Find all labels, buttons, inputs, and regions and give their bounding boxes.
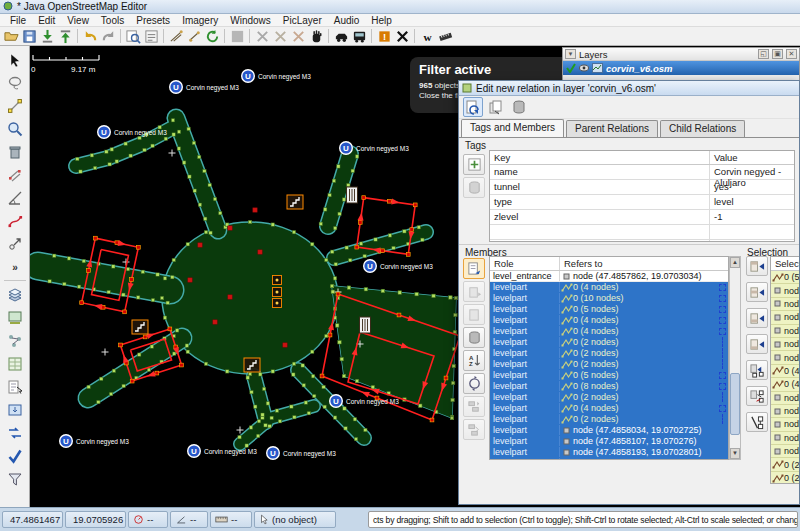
zoom-tool-button[interactable] — [2, 117, 28, 140]
delete-tool-button[interactable] — [2, 140, 28, 163]
upload-button[interactable] — [56, 28, 74, 45]
menu-edit[interactable]: Edit — [32, 14, 61, 27]
ruler-button[interactable] — [436, 28, 454, 45]
validator-tool-button[interactable] — [2, 444, 28, 467]
selection-row[interactable]: 0 (2 nodes) — [771, 458, 800, 471]
cut-b-button[interactable] — [271, 28, 289, 45]
menu-piclayer[interactable]: PicLayer — [277, 14, 328, 27]
layers-dock-button[interactable]: ▣ — [772, 49, 783, 59]
menu-audio[interactable]: Audio — [328, 14, 366, 27]
tab-child-relations[interactable]: Child Relations — [660, 120, 745, 137]
layers-stick-button[interactable]: ◱ — [758, 49, 769, 59]
member-row[interactable]: levelpart0 (4 nodes) — [490, 315, 728, 326]
member-row[interactable]: levelpart0 (2 nodes) — [490, 359, 728, 370]
delete-tag-button[interactable] — [463, 177, 485, 198]
member-row[interactable]: levelpart0 (2 nodes) — [490, 348, 728, 359]
tag-row[interactable]: nameCorvin negyed - Aluljaro — [490, 165, 794, 180]
members-table[interactable]: Role Refers to level_entrancenode (47.48… — [489, 256, 729, 460]
delete-relation-button[interactable] — [463, 327, 485, 348]
add-selection-before-button[interactable] — [746, 282, 768, 302]
selection-row[interactable]: node — [771, 338, 800, 351]
add-selection-at-end-button[interactable] — [746, 334, 768, 354]
bus-button[interactable] — [350, 28, 368, 45]
parallel-tool-button[interactable] — [2, 163, 28, 186]
layers-collapse-button[interactable]: ▾ — [565, 49, 576, 59]
save-button[interactable] — [20, 28, 38, 45]
member-row[interactable]: levelpart0 (2 nodes) — [490, 414, 728, 425]
selection-row[interactable]: node — [771, 325, 800, 338]
tag-row[interactable]: zlevel-1 — [490, 210, 794, 225]
member-row[interactable]: level_entrancenode (47.4857862, 19.07030… — [490, 271, 728, 282]
menu-file[interactable]: File — [4, 14, 32, 27]
filter-tool-button[interactable] — [2, 467, 28, 490]
selection-row[interactable]: node — [771, 445, 800, 458]
relations-tool-button[interactable] — [2, 329, 28, 352]
tab-parent-relations[interactable]: Parent Relations — [566, 120, 658, 137]
selection-row[interactable]: node — [771, 284, 800, 297]
open-button[interactable] — [2, 28, 20, 45]
cut-c-button[interactable] — [289, 28, 307, 45]
download-area-tool-button[interactable] — [2, 398, 28, 421]
menu-presets[interactable]: Presets — [130, 14, 176, 27]
scroll-up-button[interactable]: ▲ — [730, 257, 740, 268]
apply-button[interactable] — [463, 97, 483, 117]
delete-relation-button[interactable] — [509, 97, 529, 117]
member-row[interactable]: levelpart0 (5 nodes) — [490, 370, 728, 381]
selection-row[interactable]: node — [771, 432, 800, 445]
tag-row[interactable]: typelevel — [490, 195, 794, 210]
tag-row[interactable]: tunnelyes — [490, 180, 794, 195]
layer-row-corvin-v6[interactable]: corvin_v6.osm — [563, 61, 799, 75]
member-row[interactable]: levelpart0 (4 nodes) — [490, 282, 728, 293]
measure-b-button[interactable] — [185, 28, 203, 45]
select-tool-button[interactable] — [2, 48, 28, 71]
selection-row[interactable]: 0 (2 nodes) — [771, 472, 800, 484]
undo-button[interactable] — [81, 28, 99, 45]
conflict-tool-button[interactable] — [2, 421, 28, 444]
menu-view[interactable]: View — [61, 14, 95, 27]
more-tool-button[interactable]: » — [2, 255, 28, 278]
car-button[interactable] — [332, 28, 350, 45]
wms-button[interactable]: w — [418, 28, 436, 45]
styles-tool-button[interactable] — [2, 306, 28, 329]
sort-az-button[interactable]: AZ — [463, 350, 485, 371]
hand-button[interactable] — [307, 28, 325, 45]
select-relation-button[interactable] — [486, 97, 506, 117]
member-row[interactable]: levelpartnode (47.4858193, 19.0702801) — [490, 447, 728, 458]
improve-tool-button[interactable] — [2, 209, 28, 232]
members-scrollbar[interactable]: ▲ ▼ — [729, 256, 741, 460]
set-members-from-selection-button[interactable] — [746, 386, 768, 406]
relation-dialog-titlebar[interactable]: Edit new relation in layer 'corvin_v6.os… — [459, 81, 799, 96]
layer-visible-eye-icon[interactable] — [579, 63, 589, 73]
reverse-button[interactable] — [463, 373, 485, 394]
blank-doc-button[interactable] — [463, 304, 485, 325]
member-row[interactable]: levelpartnode (47.4858107, 19.070276) — [490, 436, 728, 447]
selection-row[interactable]: node — [771, 405, 800, 418]
add-selected-at-position-button[interactable] — [746, 360, 768, 380]
member-row[interactable]: levelpart0 (2 nodes) — [490, 392, 728, 403]
remove-selected-members-button[interactable] — [746, 412, 768, 432]
refresh-button[interactable] — [203, 28, 221, 45]
selection-row[interactable]: node — [771, 418, 800, 431]
warning-button[interactable]: ! — [375, 28, 393, 45]
add-tag-button[interactable] — [463, 154, 485, 175]
scroll-down-button[interactable]: ▼ — [730, 448, 740, 459]
download-button[interactable] — [38, 28, 56, 45]
extract-tool-button[interactable] — [2, 232, 28, 255]
selection-table[interactable]: Selection 0 (5 nodes)nodenodenodenodenod… — [770, 256, 800, 484]
relation-editor-dialog[interactable]: Edit new relation in layer 'corvin_v6.os… — [458, 80, 800, 505]
copy-member-button[interactable] — [463, 281, 485, 302]
member-row[interactable]: levelpart0 (10 nodes) — [490, 293, 728, 304]
selection-row[interactable]: node — [771, 351, 800, 364]
member-row[interactable]: levelpartnode (47.4858034, 19.0702725) — [490, 425, 728, 436]
member-row[interactable]: levelpart0 (4 nodes) — [490, 403, 728, 414]
tag-row[interactable] — [490, 240, 794, 242]
menu-tools[interactable]: Tools — [95, 14, 130, 27]
move-down-2-button[interactable] — [463, 419, 485, 440]
add-selection-at-start-button[interactable] — [746, 256, 768, 276]
blank-button[interactable] — [228, 28, 246, 45]
selection-row[interactable]: 0 (4 nodes) — [771, 378, 800, 391]
member-row[interactable]: levelpart0 (2 nodes) — [490, 337, 728, 348]
move-down-1-button[interactable] — [463, 396, 485, 417]
selection-panel-tool-button[interactable] — [2, 375, 28, 398]
angle-tool-button[interactable] — [2, 186, 28, 209]
